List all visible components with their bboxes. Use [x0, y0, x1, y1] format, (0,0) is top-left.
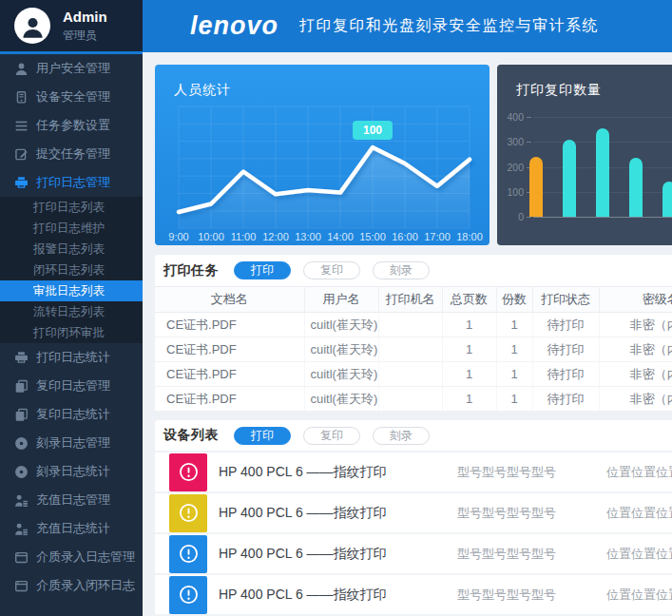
table-cell: 1 [496, 387, 532, 412]
sidebar-item-label: 任务参数设置 [36, 117, 110, 134]
tab-复印[interactable]: 复印 [303, 261, 360, 279]
column-header: 打印机名 [378, 287, 442, 313]
sidebar-subitem[interactable]: 流转日志列表 [0, 301, 143, 322]
sidebar-item[interactable]: 任务参数设置 [0, 111, 143, 140]
sidebar-item[interactable]: 复印日志管理 [0, 372, 143, 400]
table-cell: CE证书.PDF [155, 362, 304, 387]
bar-gridline [533, 217, 672, 218]
table-row[interactable]: CE证书.PDFcuitl(崔天玲)11待打印非密（内部） [155, 337, 672, 362]
table-cell: cuitl(崔天玲) [304, 337, 378, 362]
device-row[interactable]: HP 400 PCL 6 ——指纹打印型号型号型号型号位置位置位置 [155, 452, 672, 493]
table-cell [378, 362, 442, 387]
device-location: 位置位置位置 [606, 505, 672, 522]
table-cell: cuitl(崔天玲) [304, 387, 378, 412]
table-cell: 1 [442, 362, 496, 387]
tab-打印[interactable]: 打印 [234, 261, 291, 279]
tab-打印[interactable]: 打印 [234, 427, 291, 445]
sidebar-item-label: 提交任务管理 [36, 145, 110, 163]
svg-text:100: 100 [363, 124, 382, 137]
tab-刻录[interactable]: 刻录 [373, 427, 430, 445]
disc-icon [13, 435, 29, 451]
device-row[interactable]: HP 400 PCL 6 ——指纹打印型号型号型号型号位置位置位置 [155, 534, 672, 575]
sidebar-item[interactable]: 设备安全管理 [0, 83, 143, 111]
sidebar-item[interactable]: 打印日志统计 [0, 343, 143, 372]
sidebar-subitem[interactable]: 打印闭环审批 [0, 322, 143, 343]
device-list-title: 设备列表 [163, 427, 219, 444]
column-header: 总页数 [442, 287, 496, 313]
device-row[interactable]: HP 400 PCL 6 ——指纹打印型号型号型号型号位置位置位置 [155, 493, 672, 534]
sidebar-submenu: 打印日志列表打印日志维护报警日志列表闭环日志列表审批日志列表流转日志列表打印闭环… [0, 197, 143, 343]
sidebar-subitem[interactable]: 闭环日志列表 [0, 260, 143, 280]
sidebar-item-label: 用户安全管理 [36, 60, 110, 77]
media-icon [13, 578, 29, 593]
sidebar-subitem[interactable]: 打印日志列表 [0, 197, 143, 218]
printer-icon [13, 175, 29, 190]
table-cell: CE证书.PDF [155, 313, 304, 337]
recharge-icon [13, 521, 29, 536]
table-row[interactable]: CE证书.PDFcuitl(崔天玲)11待打印非密（内部） [155, 362, 672, 387]
user-avatar-icon [20, 14, 46, 44]
axis-tick [527, 117, 531, 118]
table-cell: 1 [496, 337, 532, 362]
sidebar-subitem[interactable]: 报警日志列表 [0, 239, 143, 260]
device-location: 位置位置位置 [606, 546, 672, 563]
y-axis-label: 100 [497, 186, 524, 198]
sidebar-item[interactable]: 提交任务管理 [0, 140, 143, 168]
sidebar-item[interactable]: 刻录日志管理 [0, 429, 143, 457]
user-icon [13, 61, 29, 76]
table-cell: 待打印 [532, 313, 599, 337]
charts-row: 人员统计 1009:0010:0011:0012:0013:0014:0015:… [155, 65, 672, 245]
print-tasks-header: 打印任务 打印复印刻录 [155, 255, 672, 286]
print-copy-count-panel: 打印复印数量 0100200300400 [497, 65, 672, 245]
avatar[interactable] [14, 8, 50, 44]
table-cell: 1 [442, 387, 496, 412]
device-name: HP 400 PCL 6 ——指纹打印 [219, 587, 457, 604]
sidebar-item[interactable]: 充值日志统计 [0, 514, 143, 543]
column-header: 密级名称 [599, 287, 672, 313]
sidebar-item-label: 刻录日志统计 [36, 463, 110, 480]
sidebar-item-label: 复印日志管理 [36, 377, 110, 395]
lenovo-logo: lenovo [190, 11, 278, 41]
user-name: Admin [63, 9, 107, 25]
sidebar-menu: 用户安全管理设备安全管理任务参数设置提交任务管理打印日志管理打印日志列表打印日志… [0, 54, 143, 600]
device-location: 位置位置位置 [606, 464, 672, 481]
sidebar-item[interactable]: 复印日志统计 [0, 400, 143, 429]
svg-text:18:00: 18:00 [456, 231, 483, 242]
table-header-row: 文档名用户名打印机名总页数份数打印状态密级名称 [155, 287, 672, 313]
y-axis-label: 300 [497, 136, 524, 147]
sidebar-item[interactable]: 介质录入闭环日志 [0, 571, 143, 600]
print-tasks-tabs: 打印复印刻录 [234, 261, 430, 279]
device-rows: HP 400 PCL 6 ——指纹打印型号型号型号型号位置位置位置HP 400 … [155, 452, 672, 616]
sidebar-item-label: 充值日志管理 [36, 491, 110, 509]
sidebar-item-label: 介质录入日志管理 [36, 549, 135, 566]
table-cell: 非密（内部） [599, 337, 672, 362]
bar [529, 157, 543, 217]
sidebar-item[interactable]: 打印日志管理 [0, 168, 143, 197]
sidebar-item[interactable]: 充值日志管理 [0, 486, 143, 514]
device-model: 型号型号型号型号 [457, 546, 606, 563]
y-axis-label: 0 [497, 211, 524, 222]
sidebar-subitem[interactable]: 审批日志列表 [0, 280, 143, 301]
tab-刻录[interactable]: 刻录 [373, 261, 430, 279]
sidebar-subitem[interactable]: 打印日志维护 [0, 218, 143, 239]
recharge-icon [13, 492, 29, 508]
sidebar-item-label: 打印日志统计 [36, 349, 110, 366]
device-list-header: 设备列表 打印复印刻录 [155, 420, 672, 452]
y-axis-label: 200 [497, 162, 524, 173]
sidebar-item[interactable]: 刻录日志统计 [0, 457, 143, 486]
device-row[interactable]: HP 400 PCL 6 ——指纹打印型号型号型号型号位置位置位置 [155, 575, 672, 616]
app-header: lenovo 打印复印和光盘刻录安全监控与审计系统 [143, 0, 672, 52]
tab-复印[interactable]: 复印 [303, 427, 360, 445]
axis-tick [527, 142, 531, 143]
y-axis-label: 400 [497, 111, 524, 123]
submit-icon [13, 146, 29, 162]
table-row[interactable]: CE证书.PDFcuitl(崔天玲)11待打印非密（内部） [155, 313, 672, 337]
line-chart-title: 人员统计 [174, 82, 231, 99]
table-row[interactable]: CE证书.PDFcuitl(崔天玲)11待打印非密（内部） [155, 387, 672, 412]
table-cell: 1 [496, 313, 532, 337]
table-cell: 1 [442, 313, 496, 337]
app-title: 打印复印和光盘刻录安全监控与审计系统 [299, 16, 599, 36]
sidebar-item[interactable]: 用户安全管理 [0, 54, 143, 83]
sidebar-item[interactable]: 介质录入日志管理 [0, 543, 143, 571]
sidebar-item-label: 打印日志管理 [36, 174, 110, 191]
